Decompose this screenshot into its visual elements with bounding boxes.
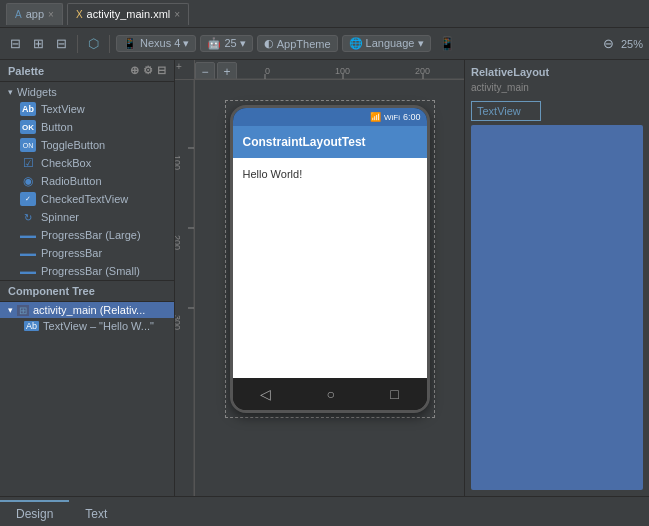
palette-item-checkbox[interactable]: ☑ CheckBox xyxy=(0,154,174,172)
bottom-tab-design[interactable]: Design xyxy=(0,500,69,526)
nav-recent-icon[interactable]: □ xyxy=(390,386,398,402)
progressbar-label: ProgressBar xyxy=(41,247,102,259)
app-icon: A xyxy=(15,9,22,20)
togglebutton-label: ToggleButton xyxy=(41,139,105,151)
zoom-out-btn[interactable]: ⊖ xyxy=(599,34,618,53)
component-tree-header: Component Tree xyxy=(0,280,174,302)
palette-item-radiobutton[interactable]: ◉ RadioButton xyxy=(0,172,174,190)
palette-title: Palette xyxy=(8,65,44,77)
tree-arrow-activity: ▾ xyxy=(8,305,13,315)
time-display: 6:00 xyxy=(403,112,421,122)
svg-text:0: 0 xyxy=(265,66,270,76)
props-textview-label: TextView xyxy=(477,105,521,117)
palette-header: Palette ⊕ ⚙ ⊟ xyxy=(0,60,174,82)
tree-item-activity-label: activity_main (Relativ... xyxy=(33,304,145,316)
palette-item-progressbar-small[interactable]: ▬▬ ProgressBar (Small) xyxy=(0,262,174,280)
tab-app-close[interactable]: × xyxy=(48,9,54,20)
phone-content[interactable]: Hello World! xyxy=(233,158,427,378)
togglebutton-icon: ON xyxy=(20,138,36,152)
palette-item-checkedtextview[interactable]: ✓ CheckedTextView xyxy=(0,190,174,208)
language-label: Language ▾ xyxy=(366,37,424,50)
device-selector[interactable]: 📱 Nexus 4 ▾ xyxy=(116,35,196,52)
tab-app[interactable]: A app × xyxy=(6,3,63,25)
palette-item-togglebutton[interactable]: ON ToggleButton xyxy=(0,136,174,154)
api-selector[interactable]: 🤖 25 ▾ xyxy=(200,35,252,52)
svg-text:200: 200 xyxy=(175,235,182,250)
palette-item-spinner[interactable]: ↻ Spinner xyxy=(0,208,174,226)
language-selector[interactable]: 🌐 Language ▾ xyxy=(342,35,431,52)
canvas-add-btn[interactable]: + xyxy=(176,61,182,72)
bottom-tabs: Design Text xyxy=(0,496,649,526)
component-tree-title: Component Tree xyxy=(8,285,95,297)
progressbar-large-label: ProgressBar (Large) xyxy=(41,229,141,241)
layout-selection-box: 📶 WiFi 6:00 ConstraintLayoutTest Hello W… xyxy=(225,100,435,418)
palette-settings-icon[interactable]: ⚙ xyxy=(143,64,153,77)
toolbar: ⊟ ⊞ ⊟ ⬡ 📱 Nexus 4 ▾ 🤖 25 ▾ ◐ AppTheme 🌐 … xyxy=(0,28,649,60)
nav-home-icon[interactable]: ○ xyxy=(327,386,335,402)
spinner-icon: ↻ xyxy=(20,210,36,224)
xml-icon: X xyxy=(76,9,83,20)
ruler-svg-top: 0 100 200 300 xyxy=(195,60,464,80)
zoom-level: ⊖ 25% xyxy=(599,34,643,53)
tree-item-textview-label: TextView – "Hello W..." xyxy=(43,320,154,332)
palette-search-icon[interactable]: ⊕ xyxy=(130,64,139,77)
checkbox-icon: ☑ xyxy=(20,156,36,170)
checkbox-label: CheckBox xyxy=(41,157,91,169)
progressbar-small-icon: ▬▬ xyxy=(20,264,36,278)
bottom-tab-text[interactable]: Text xyxy=(69,500,123,526)
props-layout-title: RelativeLayout xyxy=(471,66,643,78)
progressbar-small-label: ProgressBar (Small) xyxy=(41,265,140,277)
tab-activity-main-close[interactable]: × xyxy=(174,9,180,20)
toolbar-layout-btn2[interactable]: ⊞ xyxy=(29,34,48,53)
toolbar-layout-btn1[interactable]: ⊟ xyxy=(6,34,25,53)
theme-icon: ◐ xyxy=(264,37,274,50)
props-textview-box[interactable]: TextView xyxy=(471,101,541,121)
progressbar-icon: ▬▬ xyxy=(20,246,36,260)
palette-item-progressbar-large[interactable]: ▬▬ ProgressBar (Large) xyxy=(0,226,174,244)
tree-item-textview-icon: Ab xyxy=(24,321,39,331)
ruler-top-row: + − + 0 100 200 300 xyxy=(175,60,464,80)
progressbar-large-icon: ▬▬ xyxy=(20,228,36,242)
theme-selector[interactable]: ◐ AppTheme xyxy=(257,35,338,52)
props-blue-area xyxy=(471,125,643,490)
tree-item-textview[interactable]: Ab TextView – "Hello W..." xyxy=(0,318,174,334)
api-icon: 🤖 xyxy=(207,37,221,50)
ruler-left: 100 200 300 xyxy=(175,80,195,496)
signal-icon: 📶 xyxy=(370,112,381,122)
main-area: Palette ⊕ ⚙ ⊟ ▾ Widgets Ab TextView OK B… xyxy=(0,60,649,496)
toolbar-layout-btn3[interactable]: ⊟ xyxy=(52,34,71,53)
canvas-scroll[interactable]: 📶 WiFi 6:00 ConstraintLayoutTest Hello W… xyxy=(195,80,464,496)
hello-world-text: Hello World! xyxy=(243,168,303,180)
canvas-body: 100 200 300 📶 WiFi 6 xyxy=(175,80,464,496)
textview-icon: Ab xyxy=(20,102,36,116)
api-label: 25 ▾ xyxy=(224,37,245,50)
canvas-area: + − + 0 100 200 300 xyxy=(175,60,464,496)
phone-orient-btn[interactable]: 📱 xyxy=(435,34,459,53)
bottom-tab-design-label: Design xyxy=(16,507,53,521)
palette-item-button[interactable]: OK Button xyxy=(0,118,174,136)
tab-activity-main-label: activity_main.xml xyxy=(87,8,171,20)
widgets-label: Widgets xyxy=(17,86,57,98)
props-layout-subtitle: activity_main xyxy=(471,82,643,93)
palette-expand-icon[interactable]: ⊟ xyxy=(157,64,166,77)
palette-panel: Palette ⊕ ⚙ ⊟ ▾ Widgets Ab TextView OK B… xyxy=(0,60,175,496)
tab-activity-main[interactable]: X activity_main.xml × xyxy=(67,3,189,25)
toolbar-constraint-btn[interactable]: ⬡ xyxy=(84,34,103,53)
spinner-label: Spinner xyxy=(41,211,79,223)
title-bar: A app × X activity_main.xml × xyxy=(0,0,649,28)
tree-item-activity-main[interactable]: ▾ ⊞ activity_main (Relativ... xyxy=(0,302,174,318)
phone-app-bar: ConstraintLayoutTest xyxy=(233,126,427,158)
language-icon: 🌐 xyxy=(349,37,363,50)
nav-back-icon[interactable]: ◁ xyxy=(260,386,271,402)
properties-panel: RelativeLayout activity_main TextView xyxy=(464,60,649,496)
palette-item-progressbar[interactable]: ▬▬ ProgressBar xyxy=(0,244,174,262)
palette-item-textview[interactable]: Ab TextView xyxy=(0,100,174,118)
palette-widgets-section[interactable]: ▾ Widgets xyxy=(0,82,174,100)
toolbar-sep2 xyxy=(109,35,110,53)
zoom-value: 25% xyxy=(621,38,643,50)
textview-label: TextView xyxy=(41,103,85,115)
checkedtextview-label: CheckedTextView xyxy=(41,193,128,205)
toolbar-sep1 xyxy=(77,35,78,53)
ruler-corner: + xyxy=(175,60,195,80)
tree-item-activity-icon: ⊞ xyxy=(17,305,29,316)
